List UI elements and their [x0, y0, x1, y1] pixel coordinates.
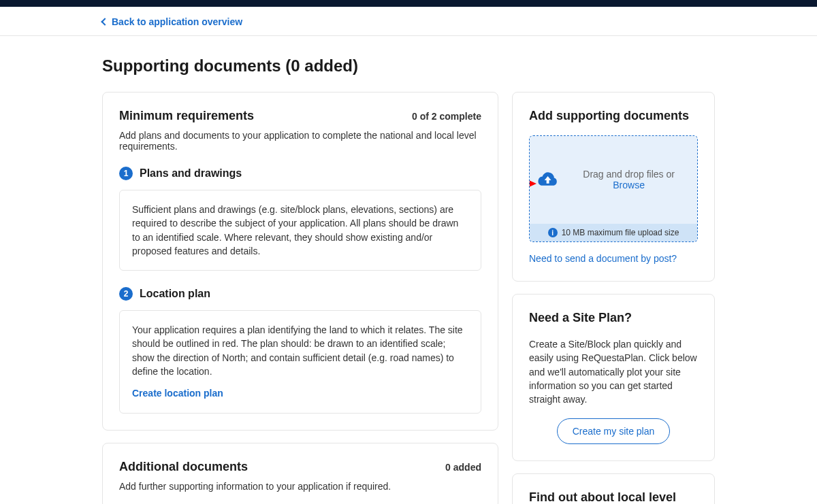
breadcrumb-bar: Back to application overview — [0, 7, 817, 36]
upload-title: Add supporting documents — [529, 109, 698, 123]
side-column: Add supporting documents — [512, 92, 715, 504]
main-column: Minimum requirements 0 of 2 complete Add… — [102, 92, 498, 504]
dropzone-footer: i 10 MB maximum file upload size — [530, 224, 697, 241]
additional-title: Additional documents — [119, 460, 248, 474]
req-number-badge: 2 — [119, 287, 133, 301]
upload-card: Add supporting documents — [512, 92, 715, 282]
req-title-1: Plans and drawings — [140, 167, 242, 180]
site-plan-title: Need a Site Plan? — [529, 311, 698, 325]
requirement-box-1: Sufficient plans and drawings (e.g. site… — [119, 190, 481, 271]
req-body-2: Your application requires a plan identif… — [132, 324, 463, 377]
min-req-status: 0 of 2 complete — [412, 111, 481, 122]
browse-link[interactable]: Browse — [613, 180, 645, 190]
additional-subtitle: Add further supporting information to yo… — [119, 481, 481, 492]
req-body-1: Sufficient plans and drawings (e.g. site… — [132, 204, 458, 256]
create-site-plan-button[interactable]: Create my site plan — [557, 418, 671, 444]
page-title: Supporting documents (0 added) — [102, 56, 715, 75]
top-nav-bar — [0, 0, 817, 7]
additional-status: 0 added — [445, 462, 481, 473]
additional-documents-card: Additional documents 0 added Add further… — [102, 443, 498, 504]
send-by-post-link[interactable]: Need to send a document by post? — [529, 253, 677, 264]
back-to-overview-link[interactable]: Back to application overview — [102, 16, 242, 27]
back-link-label: Back to application overview — [112, 16, 242, 27]
info-icon: i — [548, 228, 558, 237]
max-upload-text: 10 MB maximum file upload size — [562, 228, 679, 237]
file-dropzone[interactable]: Drag and drop files or Browse i 10 MB ma… — [529, 135, 698, 242]
site-plan-body: Create a Site/Block plan quickly and eas… — [529, 337, 698, 406]
dropzone-text: Drag and drop files or — [583, 169, 675, 180]
req-number-badge: 1 — [119, 167, 133, 180]
requirement-heading-1: 1 Plans and drawings — [119, 167, 481, 180]
cloud-upload-icon — [536, 171, 559, 188]
min-req-subtitle: Add plans and documents to your applicat… — [119, 130, 481, 152]
dropzone-body: Drag and drop files or Browse — [530, 136, 697, 224]
create-location-plan-link[interactable]: Create location plan — [132, 386, 223, 400]
req-title-2: Location plan — [140, 288, 210, 300]
local-req-title: Find out about local level document requ… — [529, 490, 698, 504]
requirement-box-2: Your application requires a plan identif… — [119, 310, 481, 413]
chevron-left-icon — [101, 18, 108, 25]
local-requirements-card: Find out about local level document requ… — [512, 473, 715, 504]
min-req-title: Minimum requirements — [119, 109, 254, 123]
requirement-heading-2: 2 Location plan — [119, 287, 481, 301]
site-plan-card: Need a Site Plan? Create a Site/Block pl… — [512, 294, 715, 461]
minimum-requirements-card: Minimum requirements 0 of 2 complete Add… — [102, 92, 498, 431]
